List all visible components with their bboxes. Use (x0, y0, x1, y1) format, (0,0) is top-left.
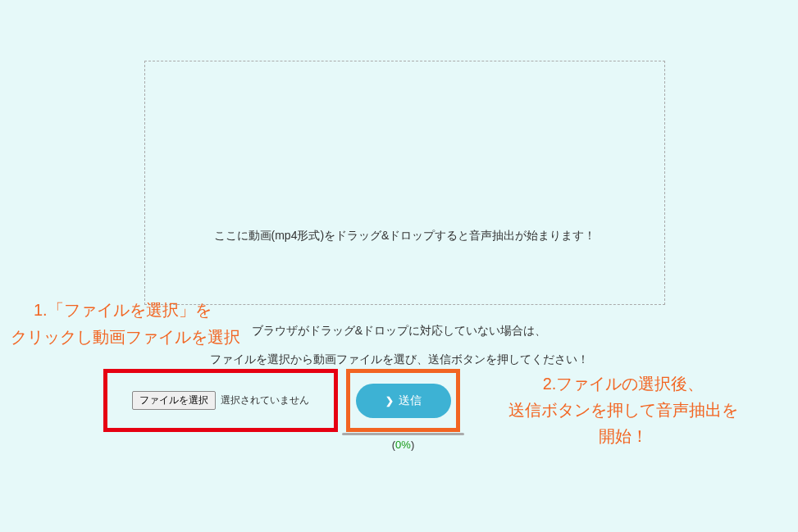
progress-text: (0%) (342, 439, 464, 451)
dropzone-instruction: ここに動画(mp4形式)をドラッグ&ドロップすると音声抽出が始まります！ (214, 229, 596, 243)
file-select-status: 選択されていません (221, 393, 309, 407)
progress-container: (0%) (342, 433, 464, 451)
submit-button[interactable]: ❯ 送信 (356, 384, 451, 418)
progress-bar (342, 433, 464, 435)
submit-button-label: 送信 (399, 393, 422, 408)
file-select-highlight-box: ファイルを選択 選択されていません (103, 369, 338, 432)
annotation-step2-line2: 送信ボタンを押して音声抽出を (463, 397, 783, 423)
annotation-step2-line3: 開始！ (463, 423, 783, 449)
annotation-step1-line1: 1.「ファイルを選択」を (34, 297, 212, 323)
chevron-right-icon: ❯ (385, 395, 394, 407)
file-select-button[interactable]: ファイルを選択 (132, 391, 216, 410)
dropzone[interactable]: ここに動画(mp4形式)をドラッグ&ドロップすると音声抽出が始まります！ (144, 61, 665, 305)
submit-highlight-box: ❯ 送信 (346, 369, 460, 432)
annotation-step2: 2.ファイルの選択後、 送信ボタンを押して音声抽出を 開始！ (463, 371, 783, 449)
progress-close-paren: ) (411, 439, 414, 451)
annotation-step1-line2: クリックし動画ファイルを選択 (11, 324, 240, 350)
fallback-text-line2: ファイルを選択から動画ファイルを選び、送信ボタンを押してください！ (0, 352, 798, 367)
annotation-step2-line1: 2.ファイルの選択後、 (463, 371, 783, 397)
progress-percent: 0% (395, 439, 411, 451)
